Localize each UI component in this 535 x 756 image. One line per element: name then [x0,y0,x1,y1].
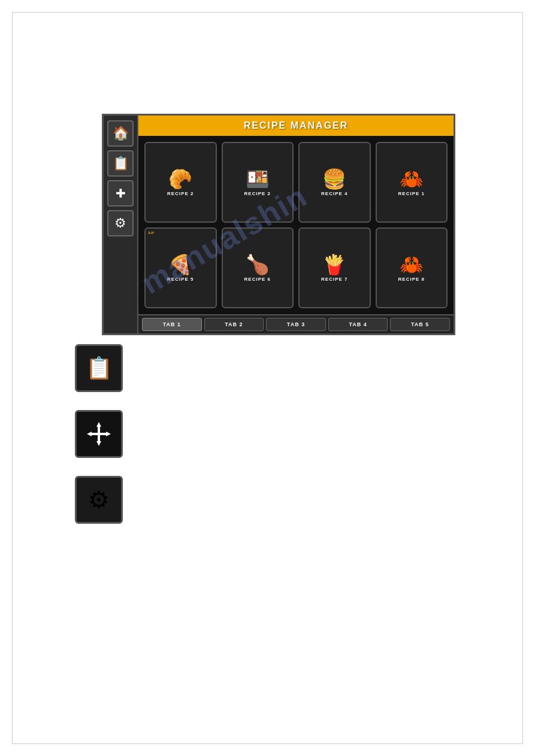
copy-button[interactable]: 📋 [107,150,134,177]
move-arrows-icon [84,420,113,448]
recipe-item-8[interactable]: 🦀 RECIPE 8 [376,227,448,308]
recipe-item-3[interactable]: 🍔 RECIPE 4 [298,142,371,223]
header-title: RECIPE MANAGER [244,120,349,130]
recipe-item-1[interactable]: 🥐 RECIPE 2 [144,142,217,223]
tab-4[interactable]: TAB 4 [328,318,388,331]
recipe-item-6[interactable]: 🍗 RECIPE 6 [222,227,294,308]
recipe-grid: 🥐 RECIPE 2 🍱 RECIPE 2 🍔 RECIPE 4 🦀 RECIP… [138,136,454,314]
recipe-label-7: RECIPE 7 [321,277,347,282]
tab-2[interactable]: TAB 2 [204,318,264,331]
copy-large-icon-box[interactable]: 📋 [75,344,123,392]
move-button[interactable]: ✚ [107,180,134,207]
tabs-bar: TAB 1 TAB 2 TAB 3 TAB 4 TAB 5 [138,314,454,333]
move-large-icon-box[interactable] [75,410,123,458]
enlarged-icons-section: 📋 ⚙ [75,344,123,524]
recipe-icon-2: 🍱 [246,169,270,189]
recipe-icon-1: 🥐 [168,169,192,189]
recipe-label-8: RECIPE 8 [398,277,425,282]
header-bar: RECIPE MANAGER [138,116,454,136]
device-ui: 🏠 📋 ✚ ⚙ RECIPE MANAGER 🥐 RECIPE 2 🍱 RECI… [102,114,455,335]
settings-button[interactable]: ⚙ [107,210,134,236]
home-button[interactable]: 🏠 [107,120,134,147]
settings-large-icon-box[interactable]: ⚙ [75,476,123,524]
svg-rect-5 [90,433,107,435]
recipe-icon-8: 🦀 [400,255,424,274]
tab-5[interactable]: TAB 5 [390,318,450,331]
recipe-label-4: RECIPE 1 [398,191,425,196]
tab-1[interactable]: TAB 1 [142,318,202,331]
recipe-icon-6: 🍗 [246,255,270,274]
recipe-icon-5: 🍕 [168,255,192,274]
recipe-icon-3: 🍔 [322,169,346,189]
recipe-label-6: RECIPE 6 [244,277,271,282]
recipe-icon-7: 🍟 [322,255,346,274]
main-content: RECIPE MANAGER 🥐 RECIPE 2 🍱 RECIPE 2 🍔 R… [138,116,454,333]
sidebar: 🏠 📋 ✚ ⚙ [104,116,138,333]
tab-3[interactable]: TAB 3 [266,318,326,331]
recipe-label-1: RECIPE 2 [167,191,194,196]
recipe-icon-4: 🦀 [400,169,424,189]
recipe-item-5[interactable]: 3-8° 🍕 RECIPE 5 [144,227,217,308]
recipe-item-7[interactable]: 🍟 RECIPE 7 [298,227,371,308]
recipe-item-4[interactable]: 🦀 RECIPE 1 [376,142,448,223]
recipe-label-2: RECIPE 2 [244,191,271,196]
recipe-label-3: RECIPE 4 [321,191,347,196]
recipe-badge-5: 3-8° [148,231,155,235]
recipe-item-2[interactable]: 🍱 RECIPE 2 [222,142,294,223]
recipe-label-5: RECIPE 5 [167,277,194,282]
